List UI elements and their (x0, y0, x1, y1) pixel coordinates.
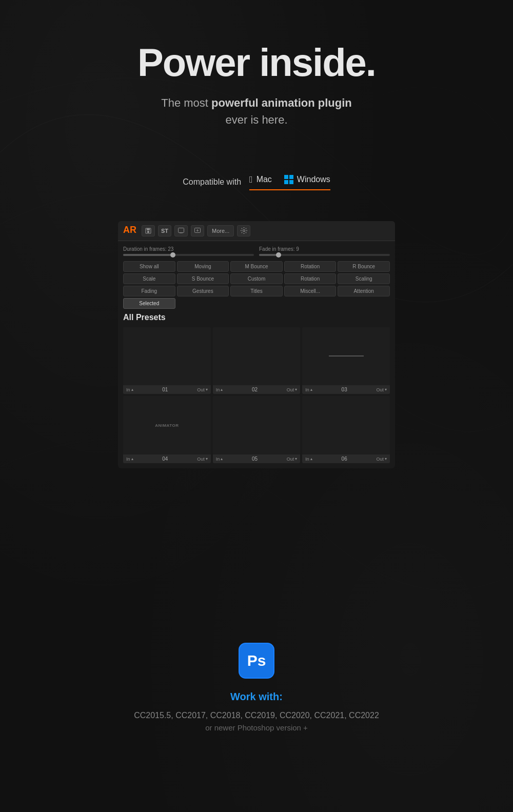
toolbar-more-btn[interactable]: More... (207, 225, 234, 236)
preset-preview-05 (213, 396, 301, 454)
sliders-row: Duration in frames: 23 Fade in frames: 9 (123, 246, 390, 256)
photoshop-icon: Ps (239, 643, 274, 679)
svg-point-9 (243, 230, 245, 232)
preset-in-01[interactable]: In ▴ (126, 387, 133, 392)
preset-number-04: 04 (162, 456, 168, 462)
filter-custom[interactable]: Custom (230, 273, 283, 284)
animator-label: ANIMATOR (155, 423, 179, 428)
subtitle-bold: powerful animation plugin (211, 96, 352, 109)
section-title: All Presets (123, 313, 390, 322)
filter-s-bounce[interactable]: S Bounce (177, 273, 229, 284)
filter-titles[interactable]: Titles (230, 286, 283, 296)
hero-subtitle: The most powerful animation plugin ever … (10, 94, 503, 128)
svg-point-11 (243, 233, 244, 234)
preset-item-03: In ▴ 03 Out ▾ (302, 327, 390, 394)
out-arrow-01: ▾ (206, 387, 208, 392)
plugin-panel: AR ST (118, 221, 395, 469)
windows-icon (284, 175, 293, 184)
filter-selected[interactable]: Selected (123, 298, 175, 309)
filter-grid: Show all Moving M Bounce Rotation R Boun… (123, 261, 390, 309)
filter-rotation2[interactable]: Rotation (284, 273, 337, 284)
preset-controls-01: In ▴ 01 Out ▾ (123, 385, 211, 394)
in-arrow-02: ▴ (221, 387, 223, 392)
fade-thumb[interactable] (276, 252, 281, 258)
preset-controls-04: In ▴ 04 Out ▾ (123, 454, 211, 463)
toolbar-gear-btn[interactable] (237, 225, 250, 236)
preset-out-06[interactable]: Out ▾ (376, 457, 387, 462)
duration-thumb[interactable] (170, 252, 175, 258)
preset-out-04[interactable]: Out ▾ (197, 457, 208, 462)
preset-number-06: 06 (342, 456, 347, 462)
toolbar-save-btn[interactable] (142, 225, 155, 236)
duration-label: Duration in frames: 23 (123, 246, 254, 252)
filter-fading[interactable]: Fading (123, 286, 175, 296)
svg-point-14 (241, 228, 242, 229)
out-arrow-06: ▾ (385, 457, 387, 461)
preset-preview-01 (123, 327, 211, 386)
filter-scale[interactable]: Scale (123, 273, 175, 284)
svg-rect-3 (147, 231, 149, 233)
preset-in-04[interactable]: In ▴ (126, 457, 133, 462)
svg-text:AR: AR (123, 225, 136, 235)
toolbar-preview-btn[interactable] (174, 225, 188, 236)
preset-controls-06: In ▴ 06 Out ▾ (302, 454, 390, 463)
subtitle-line1: The most powerful animation plugin (161, 96, 352, 109)
preset-item-01: In ▴ 01 Out ▾ (123, 327, 211, 394)
filter-scaling[interactable]: Scaling (338, 273, 390, 284)
preview-line-03 (329, 355, 364, 357)
save-icon (145, 228, 151, 234)
preset-controls-02: In ▴ 02 Out ▾ (213, 385, 301, 394)
filter-rotation[interactable]: Rotation (284, 261, 337, 272)
preset-number-02: 02 (252, 387, 258, 392)
preset-in-02[interactable]: In ▴ (216, 387, 223, 392)
preset-out-01[interactable]: Out ▾ (197, 387, 208, 392)
plugin-panel-wrapper: AR ST (0, 221, 513, 469)
duration-track[interactable] (123, 254, 254, 256)
filter-miscell[interactable]: Miscell... (284, 286, 337, 296)
preset-out-02[interactable]: Out ▾ (287, 387, 298, 392)
work-with-label: Work with: (10, 691, 503, 703)
preset-in-03[interactable]: In ▴ (305, 387, 312, 392)
preset-item-06: In ▴ 06 Out ▾ (302, 396, 390, 463)
svg-point-12 (241, 230, 242, 231)
preset-preview-06 (302, 396, 390, 454)
duration-fill (123, 254, 173, 256)
filter-moving[interactable]: Moving (177, 261, 229, 272)
preset-out-03[interactable]: Out ▾ (376, 387, 387, 392)
filter-m-bounce[interactable]: M Bounce (230, 261, 283, 272)
fade-label: Fade in frames: 9 (259, 246, 390, 252)
preset-preview-02 (213, 327, 301, 386)
filter-r-bounce[interactable]: R Bounce (338, 261, 390, 272)
preset-number-05: 05 (252, 456, 258, 462)
out-arrow-05: ▾ (295, 457, 297, 461)
filter-gestures[interactable]: Gestures (177, 286, 229, 296)
toolbar-st-btn[interactable]: ST (158, 225, 171, 236)
preset-number-01: 01 (162, 387, 168, 392)
toolbar-logo[interactable]: AR (123, 224, 136, 237)
hero-title: Power inside. (10, 41, 503, 84)
preset-in-05[interactable]: In ▴ (216, 457, 223, 462)
filter-attention[interactable]: Attention (338, 286, 390, 296)
in-arrow-04: ▴ (131, 457, 133, 461)
in-arrow-06: ▴ (310, 457, 312, 461)
preset-grid-row2: ANIMATOR In ▴ 04 Out ▾ In ▴ 05 (123, 396, 390, 463)
in-arrow-03: ▴ (310, 387, 312, 392)
toolbar-export-btn[interactable] (191, 225, 204, 236)
filter-show-all[interactable]: Show all (123, 261, 175, 272)
in-arrow-05: ▴ (221, 457, 223, 461)
compatible-items:  Mac Windows (249, 174, 330, 190)
fade-track[interactable] (259, 254, 390, 256)
spacer-middle (0, 509, 513, 612)
apple-icon:  (249, 174, 253, 185)
gear-icon (241, 227, 247, 234)
panel-body: Duration in frames: 23 Fade in frames: 9 (118, 241, 395, 469)
preset-grid-row1: In ▴ 01 Out ▾ In ▴ 02 Out ▾ (123, 327, 390, 394)
panel-toolbar: AR ST (118, 221, 395, 241)
preset-in-06[interactable]: In ▴ (305, 457, 312, 462)
preset-out-05[interactable]: Out ▾ (287, 457, 298, 462)
out-arrow-02: ▾ (295, 387, 297, 392)
mac-label: Mac (256, 175, 272, 184)
svg-rect-2 (147, 228, 150, 230)
svg-point-17 (245, 228, 246, 229)
versions-sub: or newer Photoshop version + (10, 723, 503, 732)
